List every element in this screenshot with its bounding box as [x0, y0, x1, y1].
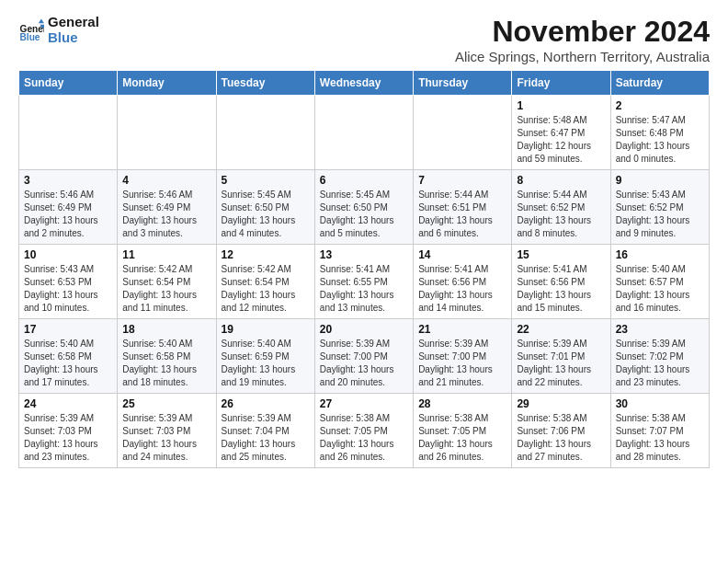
- day-info: Sunrise: 5:39 AM Sunset: 7:04 PM Dayligh…: [222, 412, 310, 464]
- header: General Blue General Blue November 2024 …: [18, 15, 710, 64]
- day-number: 29: [517, 397, 605, 410]
- day-number: 7: [418, 174, 506, 187]
- day-info: Sunrise: 5:39 AM Sunset: 7:01 PM Dayligh…: [517, 338, 605, 389]
- week-row-0: 1Sunrise: 5:48 AM Sunset: 6:47 PM Daylig…: [19, 96, 710, 170]
- day-info: Sunrise: 5:44 AM Sunset: 6:51 PM Dayligh…: [418, 189, 506, 240]
- calendar-cell: 13Sunrise: 5:41 AM Sunset: 6:55 PM Dayli…: [314, 245, 413, 319]
- day-info: Sunrise: 5:44 AM Sunset: 6:52 PM Dayligh…: [517, 189, 605, 240]
- day-info: Sunrise: 5:38 AM Sunset: 7:06 PM Dayligh…: [517, 412, 605, 464]
- day-info: Sunrise: 5:41 AM Sunset: 6:56 PM Dayligh…: [418, 263, 506, 315]
- day-number: 16: [616, 248, 704, 261]
- calendar-cell: 29Sunrise: 5:38 AM Sunset: 7:06 PM Dayli…: [512, 394, 610, 468]
- weekday-header-thursday: Thursday: [414, 71, 512, 96]
- day-number: 14: [418, 248, 506, 261]
- day-number: 24: [24, 397, 112, 410]
- day-number: 18: [122, 323, 210, 336]
- title-area: November 2024 Alice Springs, Northern Te…: [455, 15, 710, 64]
- month-title: November 2024: [455, 15, 710, 49]
- logo-line1: General: [48, 15, 99, 30]
- calendar-cell: 20Sunrise: 5:39 AM Sunset: 7:00 PM Dayli…: [314, 319, 413, 394]
- svg-marker-2: [39, 18, 44, 23]
- calendar-cell: 28Sunrise: 5:38 AM Sunset: 7:05 PM Dayli…: [414, 394, 512, 468]
- location-title: Alice Springs, Northern Territory, Austr…: [455, 49, 710, 64]
- calendar-cell: 6Sunrise: 5:45 AM Sunset: 6:50 PM Daylig…: [314, 170, 413, 245]
- day-number: 10: [24, 248, 112, 261]
- day-number: 6: [320, 174, 408, 187]
- calendar-cell: [19, 96, 118, 170]
- weekday-header-row: SundayMondayTuesdayWednesdayThursdayFrid…: [19, 71, 710, 96]
- calendar-cell: 14Sunrise: 5:41 AM Sunset: 6:56 PM Dayli…: [414, 245, 512, 319]
- day-info: Sunrise: 5:40 AM Sunset: 6:57 PM Dayligh…: [616, 263, 704, 315]
- calendar-cell: 5Sunrise: 5:45 AM Sunset: 6:50 PM Daylig…: [216, 170, 314, 245]
- day-info: Sunrise: 5:47 AM Sunset: 6:48 PM Dayligh…: [616, 114, 704, 166]
- day-info: Sunrise: 5:40 AM Sunset: 6:59 PM Dayligh…: [222, 338, 310, 389]
- day-number: 2: [616, 99, 704, 112]
- calendar-cell: 1Sunrise: 5:48 AM Sunset: 6:47 PM Daylig…: [512, 96, 610, 170]
- calendar-cell: [414, 96, 512, 170]
- logo: General Blue General Blue: [18, 15, 99, 45]
- calendar-cell: [118, 96, 216, 170]
- weekday-header-wednesday: Wednesday: [314, 71, 413, 96]
- day-number: 26: [222, 397, 310, 410]
- day-info: Sunrise: 5:41 AM Sunset: 6:56 PM Dayligh…: [517, 263, 605, 315]
- day-number: 19: [222, 323, 310, 336]
- calendar-cell: 17Sunrise: 5:40 AM Sunset: 6:58 PM Dayli…: [19, 319, 118, 394]
- day-info: Sunrise: 5:40 AM Sunset: 6:58 PM Dayligh…: [122, 338, 210, 389]
- day-number: 11: [122, 248, 210, 261]
- day-info: Sunrise: 5:39 AM Sunset: 7:00 PM Dayligh…: [418, 338, 506, 389]
- day-info: Sunrise: 5:38 AM Sunset: 7:07 PM Dayligh…: [616, 412, 704, 464]
- calendar-cell: 2Sunrise: 5:47 AM Sunset: 6:48 PM Daylig…: [610, 96, 709, 170]
- calendar-cell: 16Sunrise: 5:40 AM Sunset: 6:57 PM Dayli…: [610, 245, 709, 319]
- day-number: 1: [517, 99, 605, 112]
- day-number: 27: [320, 397, 408, 410]
- day-info: Sunrise: 5:45 AM Sunset: 6:50 PM Dayligh…: [222, 189, 310, 240]
- calendar-cell: 27Sunrise: 5:38 AM Sunset: 7:05 PM Dayli…: [314, 394, 413, 468]
- week-row-4: 24Sunrise: 5:39 AM Sunset: 7:03 PM Dayli…: [19, 394, 710, 468]
- calendar-cell: 9Sunrise: 5:43 AM Sunset: 6:52 PM Daylig…: [610, 170, 709, 245]
- day-info: Sunrise: 5:48 AM Sunset: 6:47 PM Dayligh…: [517, 114, 605, 166]
- day-number: 8: [517, 174, 605, 187]
- calendar-cell: 22Sunrise: 5:39 AM Sunset: 7:01 PM Dayli…: [512, 319, 610, 394]
- day-number: 22: [517, 323, 605, 336]
- calendar-cell: [216, 96, 314, 170]
- calendar-cell: 23Sunrise: 5:39 AM Sunset: 7:02 PM Dayli…: [610, 319, 709, 394]
- calendar-cell: [314, 96, 413, 170]
- calendar-cell: 24Sunrise: 5:39 AM Sunset: 7:03 PM Dayli…: [19, 394, 118, 468]
- day-number: 4: [122, 174, 210, 187]
- day-number: 17: [24, 323, 112, 336]
- calendar-cell: 11Sunrise: 5:42 AM Sunset: 6:54 PM Dayli…: [118, 245, 216, 319]
- day-number: 28: [418, 397, 506, 410]
- calendar-table: SundayMondayTuesdayWednesdayThursdayFrid…: [18, 70, 710, 468]
- calendar-cell: 19Sunrise: 5:40 AM Sunset: 6:59 PM Dayli…: [216, 319, 314, 394]
- weekday-header-sunday: Sunday: [19, 71, 118, 96]
- calendar-cell: 21Sunrise: 5:39 AM Sunset: 7:00 PM Dayli…: [414, 319, 512, 394]
- day-number: 12: [222, 248, 310, 261]
- weekday-header-monday: Monday: [118, 71, 216, 96]
- week-row-3: 17Sunrise: 5:40 AM Sunset: 6:58 PM Dayli…: [19, 319, 710, 394]
- day-number: 3: [24, 174, 112, 187]
- day-info: Sunrise: 5:42 AM Sunset: 6:54 PM Dayligh…: [222, 263, 310, 315]
- day-number: 15: [517, 248, 605, 261]
- weekday-header-friday: Friday: [512, 71, 610, 96]
- day-info: Sunrise: 5:41 AM Sunset: 6:55 PM Dayligh…: [320, 263, 408, 315]
- day-number: 30: [616, 397, 704, 410]
- day-number: 13: [320, 248, 408, 261]
- calendar-cell: 26Sunrise: 5:39 AM Sunset: 7:04 PM Dayli…: [216, 394, 314, 468]
- weekday-header-tuesday: Tuesday: [216, 71, 314, 96]
- day-info: Sunrise: 5:39 AM Sunset: 7:02 PM Dayligh…: [616, 338, 704, 389]
- calendar-cell: 30Sunrise: 5:38 AM Sunset: 7:07 PM Dayli…: [610, 394, 709, 468]
- day-info: Sunrise: 5:40 AM Sunset: 6:58 PM Dayligh…: [24, 338, 112, 389]
- logo-icon: General Blue: [18, 17, 44, 43]
- day-number: 21: [418, 323, 506, 336]
- day-number: 25: [122, 397, 210, 410]
- day-info: Sunrise: 5:43 AM Sunset: 6:52 PM Dayligh…: [616, 189, 704, 240]
- week-row-2: 10Sunrise: 5:43 AM Sunset: 6:53 PM Dayli…: [19, 245, 710, 319]
- calendar-cell: 10Sunrise: 5:43 AM Sunset: 6:53 PM Dayli…: [19, 245, 118, 319]
- day-info: Sunrise: 5:39 AM Sunset: 7:00 PM Dayligh…: [320, 338, 408, 389]
- day-info: Sunrise: 5:43 AM Sunset: 6:53 PM Dayligh…: [24, 263, 112, 315]
- calendar-cell: 7Sunrise: 5:44 AM Sunset: 6:51 PM Daylig…: [414, 170, 512, 245]
- calendar-cell: 12Sunrise: 5:42 AM Sunset: 6:54 PM Dayli…: [216, 245, 314, 319]
- calendar-cell: 15Sunrise: 5:41 AM Sunset: 6:56 PM Dayli…: [512, 245, 610, 319]
- logo-line2: Blue: [48, 30, 99, 46]
- day-info: Sunrise: 5:46 AM Sunset: 6:49 PM Dayligh…: [122, 189, 210, 240]
